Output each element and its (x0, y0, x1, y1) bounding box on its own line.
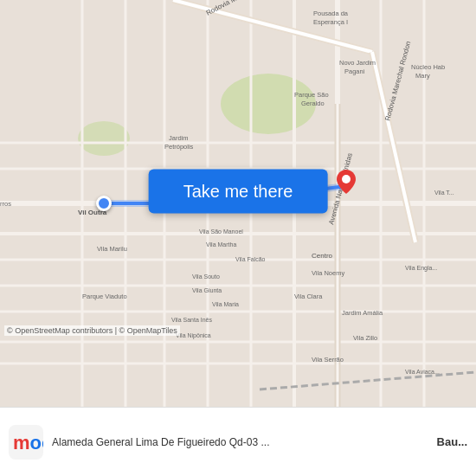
footer-dest-label: Bau... (437, 435, 467, 448)
footer-content: Alameda General Lima De Figueiredo Qd-03… (52, 436, 428, 448)
origin-marker (96, 196, 112, 211)
svg-text:Vila Nipônica: Vila Nipônica (176, 332, 211, 339)
svg-text:Jardim Amália: Jardim Amália (342, 309, 383, 317)
svg-text:Novo Jardim: Novo Jardim (339, 59, 376, 67)
svg-text:Vila São Manoel: Vila São Manoel (199, 228, 243, 235)
svg-text:Vila Souto: Vila Souto (192, 273, 220, 280)
svg-text:Parque Viaduto: Parque Viaduto (82, 293, 127, 300)
svg-text:moovit: moovit (13, 432, 43, 453)
svg-text:Vila Martha: Vila Martha (206, 241, 236, 248)
svg-text:Pousada da: Pousada da (313, 10, 349, 17)
destination-marker (337, 170, 356, 194)
svg-text:Vila Clara: Vila Clara (294, 293, 323, 300)
footer-destination: Bau... (437, 435, 467, 448)
svg-text:Mary: Mary (415, 72, 430, 80)
svg-text:Vila Noemy: Vila Noemy (312, 269, 344, 277)
map-attribution: © OpenStreetMap contributors | © OpenMap… (4, 325, 180, 336)
svg-text:rros: rros (0, 200, 11, 208)
svg-text:Parque São: Parque São (294, 91, 329, 99)
svg-text:Vila Aviaca...: Vila Aviaca... (405, 369, 440, 375)
svg-text:Pagani: Pagani (344, 68, 365, 75)
svg-text:Jardim: Jardim (169, 134, 189, 142)
svg-text:Vila Santa Inês: Vila Santa Inês (171, 317, 212, 323)
svg-text:Vila Serrão: Vila Serrão (312, 356, 344, 363)
svg-text:Vila Giunta: Vila Giunta (192, 287, 222, 293)
app: Rodovia Marechal Rondon Rodovia Marechal… (0, 0, 476, 476)
svg-point-2 (78, 121, 130, 156)
svg-text:Petrópolis: Petrópolis (164, 143, 194, 151)
footer-address: Alameda General Lima De Figueiredo Qd-03… (52, 436, 428, 448)
svg-text:Vila T...: Vila T... (434, 190, 454, 196)
moovit-logo: moovit (9, 425, 43, 460)
svg-text:Vila Marilu: Vila Marilu (97, 245, 127, 253)
map-container: Rodovia Marechal Rondon Rodovia Marechal… (0, 0, 476, 407)
svg-point-62 (342, 175, 351, 183)
svg-text:Vila Maria: Vila Maria (212, 301, 239, 307)
svg-text:Vila Engla...: Vila Engla... (405, 265, 437, 272)
svg-text:Núcleo Hab: Núcleo Hab (411, 63, 445, 71)
svg-text:Geraldo: Geraldo (301, 100, 325, 107)
svg-text:Centro: Centro (312, 252, 333, 260)
take-me-there-button[interactable]: Take me there (149, 169, 328, 213)
svg-text:Vila Falcão: Vila Falcão (235, 256, 266, 262)
svg-text:Vila Zillo: Vila Zillo (353, 334, 377, 342)
svg-text:Esperança I: Esperança I (313, 18, 348, 26)
footer: moovit Alameda General Lima De Figueired… (0, 407, 476, 476)
